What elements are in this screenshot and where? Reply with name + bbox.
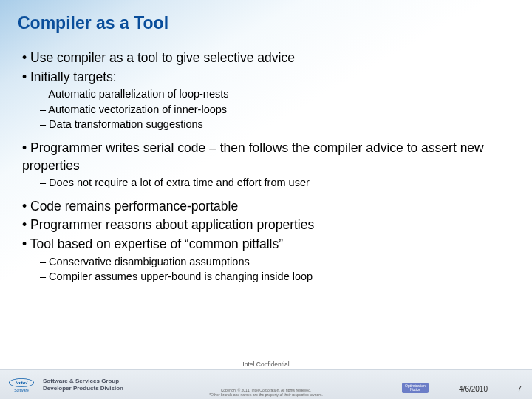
sub-bullet-item: Does not require a lot of extra time and… <box>40 176 514 191</box>
bullet-item: Code remains performance-portable <box>22 198 514 216</box>
intel-logo-icon: intel Software <box>7 376 35 394</box>
sub-bullet-item: Automatic parallelization of loop-nests <box>40 87 514 102</box>
sub-bullet-item: Compiler assumes upper-bound is changing… <box>40 270 514 284</box>
sub-bullet-item: Automatic vectorization of inner-loops <box>40 103 514 117</box>
copyright-text: Copyright © 2011, Intel Corporation. All… <box>209 389 323 397</box>
page-number: 7 <box>517 384 522 393</box>
optimization-notice-badge: Optimization Notice <box>402 383 429 393</box>
footer-bar: intel Software Software & Services Group… <box>0 369 532 399</box>
slide-title: Compiler as a Tool <box>18 13 514 33</box>
bullet-item: Programmer writes serial code – then fol… <box>22 140 514 174</box>
intel-logo-text: intel <box>9 378 34 387</box>
confidential-label: Intel Confidential <box>242 361 289 368</box>
sub-bullet-item: Data transformation suggestions <box>40 117 514 132</box>
group-line2: Developer Products Division <box>43 385 123 392</box>
bullet-item: Tool based on expertise of “common pitfa… <box>22 236 514 253</box>
bullet-item: Programmer reasons about application pro… <box>22 216 514 234</box>
slide-date: 4/6/2010 <box>459 385 488 393</box>
intel-logo-sub: Software <box>14 388 29 392</box>
group-line1: Software & Services Group <box>43 378 123 385</box>
slide-body: Compiler as a Tool Use compiler as a too… <box>0 0 532 284</box>
sub-bullet-item: Conservative disambiguation assumptions <box>40 255 514 270</box>
bullet-item: Initially targets: <box>22 69 514 86</box>
copyright-l2: *Other brands and names are the property… <box>209 393 323 398</box>
bullet-item: Use compiler as a tool to give selective… <box>22 50 514 67</box>
group-info: Software & Services Group Developer Prod… <box>43 378 123 392</box>
